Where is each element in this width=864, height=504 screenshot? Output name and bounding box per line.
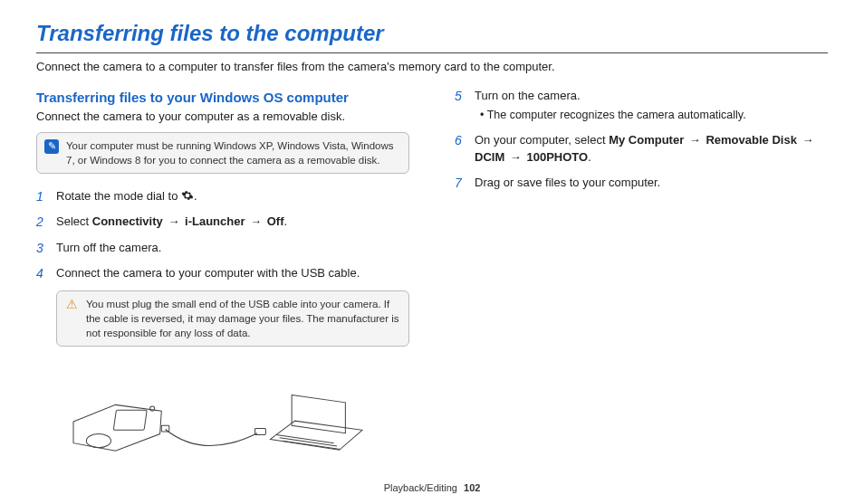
ui-path-part: My Computer xyxy=(609,133,684,147)
step-6: 6 On your computer, select My Computer →… xyxy=(455,132,828,165)
warning-icon: ⚠ xyxy=(64,298,79,312)
step-number: 1 xyxy=(36,188,43,206)
note-box: ✎ Your computer must be running Windows … xyxy=(36,132,409,174)
step-text-tail: . xyxy=(284,214,288,228)
step-number: 2 xyxy=(36,214,43,232)
svg-point-0 xyxy=(86,434,110,448)
step-1: 1 Rotate the mode dial to . xyxy=(36,188,409,204)
step-text: Rotate the mode dial to xyxy=(56,189,181,203)
step-text-tail: . xyxy=(194,189,197,203)
step-4: 4 Connect the camera to your computer wi… xyxy=(36,265,409,281)
step-text: On your computer, select xyxy=(475,133,609,147)
step-5: 5 Turn on the camera. The computer recog… xyxy=(455,88,828,124)
ui-path-part: Connectivity xyxy=(92,214,163,228)
step-text: Select xyxy=(56,214,92,228)
arrow-icon: → xyxy=(168,214,179,230)
arrow-icon: → xyxy=(802,132,814,148)
warning-text: You must plug the small end of the USB c… xyxy=(86,297,399,340)
camera-icon xyxy=(73,405,161,452)
page-number: 102 xyxy=(464,482,480,493)
arrow-icon: → xyxy=(689,132,701,148)
step-number: 5 xyxy=(455,88,462,106)
step-text-tail: . xyxy=(588,150,591,164)
svg-rect-1 xyxy=(113,410,147,430)
left-column: Transferring files to your Windows OS co… xyxy=(36,88,409,477)
connection-illustration xyxy=(36,372,409,471)
note-text: Your computer must be running Windows XP… xyxy=(66,138,399,167)
step-text: Drag or save files to your computer. xyxy=(475,176,660,189)
step-7: 7 Drag or save files to your computer. xyxy=(455,175,828,191)
step-3: 3 Turn off the camera. xyxy=(36,240,409,256)
step-text: Connect the camera to your computer with… xyxy=(56,266,360,280)
usb-cable-icon xyxy=(161,425,265,445)
step-text: Turn on the camera. xyxy=(475,89,581,102)
arrow-icon: → xyxy=(510,149,522,166)
step-number: 7 xyxy=(455,175,462,193)
note-icon: ✎ xyxy=(44,139,59,154)
warning-box: ⚠ You must plug the small end of the USB… xyxy=(56,290,409,347)
step-number: 6 xyxy=(455,132,462,150)
ui-path-part: Removable Disk xyxy=(706,133,796,147)
svg-point-2 xyxy=(150,406,155,411)
step-2: 2 Select Connectivity → i-Launcher → Off… xyxy=(36,214,409,230)
page-footer: Playback/Editing 102 xyxy=(0,481,864,495)
step-number: 4 xyxy=(36,265,43,283)
svg-rect-3 xyxy=(161,425,168,432)
section-intro: Connect the camera to your computer as a… xyxy=(36,109,409,125)
step-text: Turn off the camera. xyxy=(56,241,161,254)
laptop-icon xyxy=(270,395,362,451)
ui-path-part: DCIM xyxy=(475,150,504,164)
page-title: Transferring files to the computer xyxy=(36,18,828,49)
section-title: Transferring files to your Windows OS co… xyxy=(36,88,409,107)
ui-path-part: i-Launcher xyxy=(185,214,245,228)
ui-path-part: Off xyxy=(267,214,284,228)
gear-icon xyxy=(181,189,194,202)
step-number: 3 xyxy=(36,240,43,258)
ui-path-part: 100PHOTO xyxy=(526,150,588,164)
right-column: 5 Turn on the camera. The computer recog… xyxy=(455,88,828,477)
step-subtext: The computer recognizes the camera autom… xyxy=(480,108,828,124)
footer-section: Playback/Editing xyxy=(384,482,457,493)
page-intro: Connect the camera to a computer to tran… xyxy=(36,59,828,75)
title-rule xyxy=(36,52,828,53)
arrow-icon: → xyxy=(250,214,262,230)
